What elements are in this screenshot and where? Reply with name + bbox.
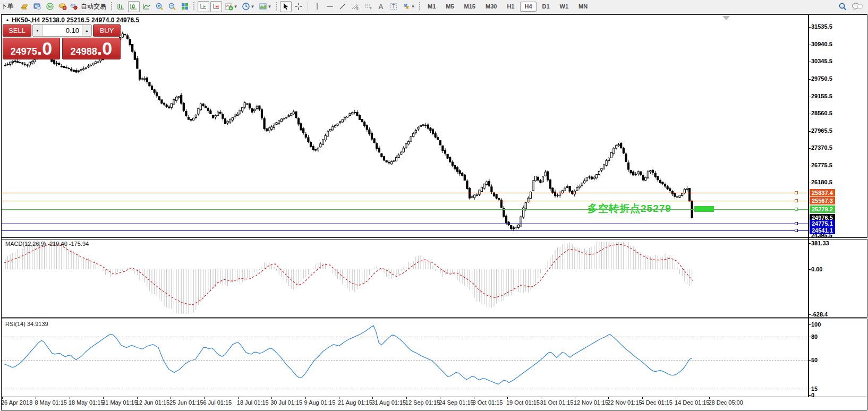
market-watch-icon[interactable] [19, 1, 30, 12]
date-tick [137, 397, 138, 399]
volume-increase-button[interactable]: ▲ [82, 25, 91, 36]
price-line-25837.4[interactable] [2, 193, 808, 193]
line-handle[interactable] [795, 229, 798, 232]
text-label-tool[interactable]: T [388, 1, 399, 12]
line-handle[interactable] [795, 222, 798, 225]
rsi-indicator-chart[interactable] [2, 319, 808, 397]
price-line-25567.3[interactable] [2, 201, 808, 201]
chart-title: ▲HK50-,H4 25138.0 25216.5 24974.0 24976.… [5, 16, 139, 24]
timeframes-caret-icon: ▼ [251, 4, 255, 9]
vertical-line-tool[interactable] [311, 1, 323, 12]
candlestick-chart-icon[interactable] [128, 1, 140, 12]
volume-value[interactable]: 0.10 [42, 25, 82, 36]
market-store-icon[interactable] [57, 1, 69, 12]
timeframe-h4[interactable]: H4 [520, 2, 536, 12]
price-tick [808, 148, 811, 149]
date-tick [103, 397, 104, 399]
autotrading-button[interactable]: 自动交易 [70, 1, 108, 12]
toolbar-grip [419, 2, 421, 11]
buy-price-button[interactable]: 24988.0 [62, 38, 121, 59]
buy-button[interactable]: BUY [93, 24, 121, 37]
trendline-tool[interactable] [337, 1, 348, 12]
timeframe-m30[interactable]: M30 [481, 2, 501, 12]
pivot-annotation[interactable]: 多空转折点25279 [588, 202, 671, 216]
price-tick-label: 30345.5 [811, 58, 832, 64]
svg-text:F: F [370, 7, 372, 10]
text-tool-glyph: A [378, 3, 383, 11]
price-tick-label: 29750.5 [811, 75, 832, 82]
price-line-label: 25279.2 [810, 206, 835, 213]
timeframe-d1[interactable]: D1 [538, 2, 554, 12]
price-line-label: 24775.1 [810, 220, 835, 227]
macd-tick [808, 269, 811, 270]
indicators-button[interactable]: ▼ [223, 1, 239, 12]
price-line-24775.1[interactable] [2, 224, 808, 224]
price-line-label: 25837.4 [810, 189, 835, 196]
svg-text:E: E [356, 7, 359, 10]
date-label: 6 Jul 01:15 [203, 399, 232, 406]
sell-button[interactable]: SELL [3, 24, 31, 37]
date-tick [372, 397, 373, 399]
line-chart-icon[interactable] [141, 1, 152, 12]
rsi-tick [808, 360, 811, 361]
price-line-25279.2[interactable] [2, 209, 808, 210]
arrows-tool-button[interactable]: ▼ [401, 1, 416, 12]
date-tick [204, 397, 205, 399]
timeframe-m15[interactable]: M15 [460, 2, 480, 12]
chart-collapse-icon[interactable]: ▲ [5, 18, 10, 22]
bar-chart-icon[interactable] [115, 1, 127, 12]
timeframe-w1[interactable]: W1 [556, 2, 573, 12]
line-handle[interactable] [795, 191, 798, 194]
price-tick-label: 26775.5 [811, 162, 832, 168]
date-label: 31 Aug 01:15 [371, 399, 406, 406]
timeframe-m5[interactable]: M5 [441, 2, 458, 12]
signals-icon[interactable] [44, 1, 56, 12]
sell-price-button[interactable]: 24975.0 [3, 38, 60, 59]
timeframes-button[interactable]: ▼ [240, 1, 256, 12]
macd-tick [808, 243, 811, 244]
green-highlight-rectangle[interactable] [694, 206, 714, 212]
price-tick [808, 166, 811, 166]
chart-shift-icon[interactable] [210, 1, 222, 12]
chart-title-text: HK50-,H4 25138.0 25216.5 24974.0 24976.5 [12, 16, 139, 24]
channel-tool[interactable]: E [350, 1, 361, 12]
volume-decrease-button[interactable]: ▼ [33, 25, 42, 36]
price-tick-label: 30940.5 [811, 41, 832, 47]
toolbar-grip [110, 2, 113, 11]
macd-indicator-chart[interactable] [2, 239, 808, 316]
fibonacci-tool[interactable]: F [362, 1, 374, 12]
timeframe-mn[interactable]: MN [574, 2, 592, 12]
date-label: 31 May 01:15 [102, 399, 138, 406]
rsi-axis-label: 100 [811, 321, 821, 328]
date-label: 8 May 01:15 [35, 399, 67, 406]
zoom-out-icon[interactable] [166, 1, 178, 12]
cursor-icon[interactable] [280, 1, 292, 12]
templates-button[interactable]: ▼ [257, 1, 273, 12]
date-label: 26 Apr 2018 [1, 399, 32, 406]
date-label: 9 Aug 01:15 [304, 399, 336, 406]
crosshair-icon[interactable] [293, 1, 304, 12]
search-icon[interactable] [838, 2, 847, 11]
templates-caret-icon: ▼ [268, 4, 272, 9]
chat-icon[interactable] [852, 2, 863, 11]
macd-axis-label: 0.00 [811, 266, 822, 272]
price-line-24976.5[interactable] [2, 218, 808, 218]
line-handle[interactable] [795, 199, 798, 202]
price-tick-label: 26180.5 [811, 179, 832, 185]
candlestick-chart[interactable] [2, 15, 808, 237]
auto-scroll-icon[interactable] [198, 1, 209, 12]
tile-windows-icon[interactable] [179, 1, 191, 12]
price-tick [808, 45, 811, 45]
rsi-axis-label: 80 [811, 333, 818, 340]
timeframe-h1[interactable]: H1 [503, 2, 518, 12]
date-tick [541, 397, 541, 399]
date-axis-border [2, 397, 867, 397]
text-tool[interactable]: A [375, 1, 387, 12]
data-window-icon[interactable] [31, 1, 43, 12]
horizontal-line-tool[interactable] [324, 1, 336, 12]
zoom-in-icon[interactable] [154, 1, 165, 12]
line-handle[interactable] [795, 208, 798, 211]
timeframe-m1[interactable]: M1 [423, 2, 440, 12]
new-order-button[interactable]: 下单 [2, 1, 18, 12]
price-line-24541.1[interactable] [2, 230, 808, 231]
